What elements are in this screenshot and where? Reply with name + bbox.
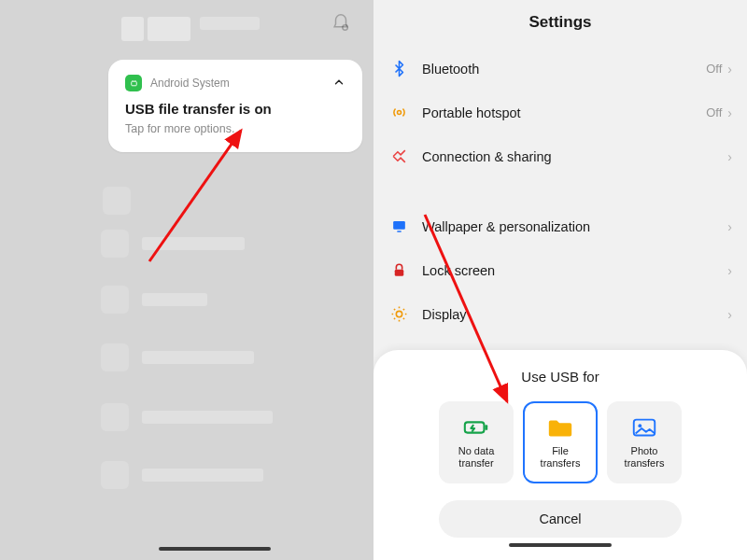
home-indicator[interactable] (509, 543, 612, 547)
usb-option-file[interactable]: Filetransfers (523, 401, 598, 483)
svg-rect-3 (393, 221, 405, 230)
chevron-right-icon: › (727, 105, 732, 120)
photo-icon (630, 415, 658, 440)
settings-item-bluetooth[interactable]: Bluetooth Off › (374, 47, 747, 91)
usb-option-photo[interactable]: Phototransfers (607, 401, 682, 483)
folder-icon (546, 415, 574, 440)
usb-sheet-title: Use USB for (390, 369, 730, 385)
notification-subtitle: Tap for more options. (125, 122, 345, 135)
usb-option-label: Filetransfers (541, 445, 581, 469)
battery-icon (462, 415, 490, 440)
connection-sharing-icon (387, 147, 411, 165)
notification-app-name: Android System (150, 77, 324, 90)
lock-icon (387, 261, 411, 279)
chevron-right-icon: › (727, 263, 732, 278)
phone-screen-notifications: Android System USB file transfer is on T… (0, 0, 374, 560)
home-indicator[interactable] (159, 547, 271, 551)
settings-item-hotspot[interactable]: Portable hotspot Off › (374, 91, 747, 134)
settings-item-value: Off (706, 62, 722, 76)
usb-sheet: Use USB for No datatransfer Filetransfer… (374, 350, 747, 560)
svg-rect-1 (131, 81, 136, 86)
settings-item-label: Wallpaper & personalization (422, 219, 727, 234)
svg-point-2 (397, 111, 401, 115)
settings-item-label: Bluetooth (422, 62, 706, 77)
settings-item-label: Display (422, 307, 727, 322)
chevron-right-icon: › (727, 307, 732, 322)
svg-point-0 (343, 25, 348, 31)
svg-rect-4 (397, 231, 402, 232)
settings-item-lockscreen[interactable]: Lock screen › (374, 248, 747, 292)
phone-screen-settings: Settings Bluetooth Off › Portable hotspo… (374, 0, 747, 560)
hotspot-icon (387, 104, 411, 121)
settings-item-connection-sharing[interactable]: Connection & sharing › (374, 134, 747, 178)
svg-point-6 (396, 311, 402, 316)
notification-title: USB file transfer is on (125, 101, 345, 117)
cancel-button[interactable]: Cancel (439, 500, 682, 538)
settings-item-value: Off (706, 105, 722, 119)
settings-list: Bluetooth Off › Portable hotspot Off › C… (374, 47, 747, 380)
usb-option-label: Phototransfers (625, 445, 665, 469)
notification-card[interactable]: Android System USB file transfer is on T… (108, 60, 362, 152)
wallpaper-icon (387, 217, 411, 235)
settings-header: Settings (374, 0, 747, 39)
usb-option-label: No datatransfer (458, 445, 495, 469)
chevron-right-icon: › (727, 219, 732, 234)
settings-item-label: Portable hotspot (422, 105, 706, 120)
settings-item-label: Connection & sharing (422, 149, 727, 164)
chevron-right-icon: › (727, 62, 732, 77)
bluetooth-icon (387, 60, 411, 77)
collapse-chevron-icon[interactable] (332, 76, 345, 91)
settings-item-label: Lock screen (422, 263, 727, 278)
statusbar-bell-icon (325, 13, 357, 37)
svg-rect-8 (485, 426, 487, 431)
display-icon (387, 305, 411, 323)
usb-option-nodata[interactable]: No datatransfer (439, 401, 514, 483)
android-system-icon (125, 75, 142, 91)
svg-point-10 (638, 425, 641, 428)
svg-rect-5 (394, 270, 403, 276)
settings-item-wallpaper[interactable]: Wallpaper & personalization › (374, 204, 747, 248)
chevron-right-icon: › (727, 149, 732, 164)
settings-item-display[interactable]: Display › (374, 292, 747, 336)
